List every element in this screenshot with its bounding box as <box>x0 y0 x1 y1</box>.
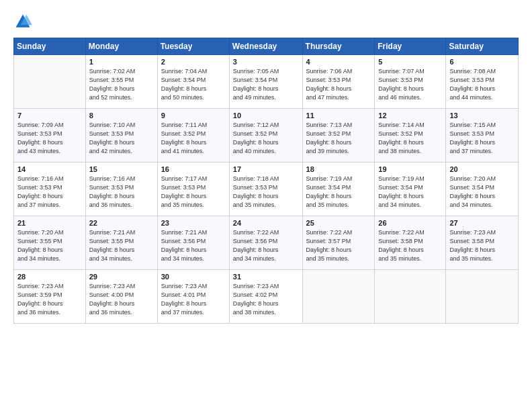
calendar-header-sunday: Sunday <box>14 38 86 55</box>
day-info: Sunrise: 7:13 AM Sunset: 3:52 PM Dayligh… <box>306 121 371 156</box>
calendar-cell: 19Sunrise: 7:19 AM Sunset: 3:54 PM Dayli… <box>375 163 446 216</box>
day-info: Sunrise: 7:22 AM Sunset: 3:56 PM Dayligh… <box>233 228 299 263</box>
day-number: 26 <box>378 219 442 227</box>
calendar-header-thursday: Thursday <box>302 38 375 55</box>
page: SundayMondayTuesdayWednesdayThursdayFrid… <box>0 0 532 411</box>
calendar-cell: 15Sunrise: 7:16 AM Sunset: 3:53 PM Dayli… <box>85 163 157 216</box>
day-number: 28 <box>17 273 82 281</box>
day-number: 31 <box>233 273 299 281</box>
day-info: Sunrise: 7:22 AM Sunset: 3:58 PM Dayligh… <box>378 228 442 263</box>
day-info: Sunrise: 7:23 AM Sunset: 4:01 PM Dayligh… <box>161 282 226 317</box>
day-info: Sunrise: 7:08 AM Sunset: 3:53 PM Dayligh… <box>449 67 515 102</box>
day-info: Sunrise: 7:18 AM Sunset: 3:53 PM Dayligh… <box>233 175 299 210</box>
day-info: Sunrise: 7:17 AM Sunset: 3:53 PM Dayligh… <box>161 175 226 210</box>
day-info: Sunrise: 7:20 AM Sunset: 3:55 PM Dayligh… <box>17 228 82 263</box>
day-number: 14 <box>17 165 82 173</box>
day-number: 11 <box>306 111 371 120</box>
calendar-cell: 24Sunrise: 7:22 AM Sunset: 3:56 PM Dayli… <box>229 216 302 270</box>
day-info: Sunrise: 7:04 AM Sunset: 3:54 PM Dayligh… <box>161 67 226 102</box>
day-number: 4 <box>306 58 371 66</box>
day-info: Sunrise: 7:23 AM Sunset: 3:59 PM Dayligh… <box>17 282 82 317</box>
day-info: Sunrise: 7:06 AM Sunset: 3:53 PM Dayligh… <box>306 67 371 102</box>
calendar-header-monday: Monday <box>85 38 157 55</box>
calendar-cell: 4Sunrise: 7:06 AM Sunset: 3:53 PM Daylig… <box>302 55 375 109</box>
day-info: Sunrise: 7:12 AM Sunset: 3:52 PM Dayligh… <box>233 121 299 156</box>
day-info: Sunrise: 7:23 AM Sunset: 3:58 PM Dayligh… <box>449 228 515 263</box>
logo-icon <box>13 12 32 31</box>
day-number: 7 <box>17 111 82 120</box>
calendar-cell <box>14 55 86 109</box>
day-number: 13 <box>449 111 515 120</box>
day-info: Sunrise: 7:16 AM Sunset: 3:53 PM Dayligh… <box>89 175 154 210</box>
calendar-cell: 31Sunrise: 7:23 AM Sunset: 4:02 PM Dayli… <box>229 270 302 324</box>
calendar-cell: 9Sunrise: 7:11 AM Sunset: 3:52 PM Daylig… <box>157 109 229 163</box>
calendar-header-row: SundayMondayTuesdayWednesdayThursdayFrid… <box>14 38 519 55</box>
day-number: 29 <box>89 273 154 281</box>
calendar-cell: 28Sunrise: 7:23 AM Sunset: 3:59 PM Dayli… <box>14 270 86 324</box>
calendar-cell: 29Sunrise: 7:23 AM Sunset: 4:00 PM Dayli… <box>85 270 157 324</box>
calendar-cell: 11Sunrise: 7:13 AM Sunset: 3:52 PM Dayli… <box>302 109 375 163</box>
day-number: 20 <box>449 165 515 173</box>
calendar-cell: 30Sunrise: 7:23 AM Sunset: 4:01 PM Dayli… <box>157 270 229 324</box>
calendar-cell: 21Sunrise: 7:20 AM Sunset: 3:55 PM Dayli… <box>14 216 86 270</box>
day-info: Sunrise: 7:05 AM Sunset: 3:54 PM Dayligh… <box>233 67 299 102</box>
day-number: 9 <box>161 111 226 120</box>
day-number: 8 <box>89 111 154 120</box>
calendar-cell <box>302 270 375 324</box>
calendar-cell: 13Sunrise: 7:15 AM Sunset: 3:53 PM Dayli… <box>446 109 519 163</box>
day-number: 1 <box>89 58 154 66</box>
logo <box>13 12 35 31</box>
day-number: 21 <box>17 219 82 227</box>
day-info: Sunrise: 7:02 AM Sunset: 3:55 PM Dayligh… <box>89 67 154 102</box>
day-info: Sunrise: 7:19 AM Sunset: 3:54 PM Dayligh… <box>378 175 442 210</box>
calendar-header-saturday: Saturday <box>446 38 519 55</box>
calendar-table: SundayMondayTuesdayWednesdayThursdayFrid… <box>13 38 519 324</box>
day-info: Sunrise: 7:11 AM Sunset: 3:52 PM Dayligh… <box>161 121 226 156</box>
day-number: 23 <box>161 219 226 227</box>
calendar-cell: 17Sunrise: 7:18 AM Sunset: 3:53 PM Dayli… <box>229 163 302 216</box>
day-number: 18 <box>306 165 371 173</box>
calendar-cell: 16Sunrise: 7:17 AM Sunset: 3:53 PM Dayli… <box>157 163 229 216</box>
calendar-cell: 7Sunrise: 7:09 AM Sunset: 3:53 PM Daylig… <box>14 109 86 163</box>
day-info: Sunrise: 7:19 AM Sunset: 3:54 PM Dayligh… <box>306 175 371 210</box>
calendar-week-row: 14Sunrise: 7:16 AM Sunset: 3:53 PM Dayli… <box>14 163 519 216</box>
calendar-cell: 3Sunrise: 7:05 AM Sunset: 3:54 PM Daylig… <box>229 55 302 109</box>
day-info: Sunrise: 7:14 AM Sunset: 3:52 PM Dayligh… <box>378 121 442 156</box>
day-info: Sunrise: 7:15 AM Sunset: 3:53 PM Dayligh… <box>449 121 515 156</box>
calendar-header-friday: Friday <box>375 38 446 55</box>
calendar-week-row: 7Sunrise: 7:09 AM Sunset: 3:53 PM Daylig… <box>14 109 519 163</box>
calendar-cell <box>375 270 446 324</box>
calendar-cell: 5Sunrise: 7:07 AM Sunset: 3:53 PM Daylig… <box>375 55 446 109</box>
header <box>13 12 519 31</box>
calendar-cell: 26Sunrise: 7:22 AM Sunset: 3:58 PM Dayli… <box>375 216 446 270</box>
calendar-header-tuesday: Tuesday <box>157 38 229 55</box>
calendar-cell: 6Sunrise: 7:08 AM Sunset: 3:53 PM Daylig… <box>446 55 519 109</box>
day-number: 3 <box>233 58 299 66</box>
calendar-cell: 20Sunrise: 7:20 AM Sunset: 3:54 PM Dayli… <box>446 163 519 216</box>
calendar-week-row: 1Sunrise: 7:02 AM Sunset: 3:55 PM Daylig… <box>14 55 519 109</box>
calendar-header-wednesday: Wednesday <box>229 38 302 55</box>
calendar-cell: 2Sunrise: 7:04 AM Sunset: 3:54 PM Daylig… <box>157 55 229 109</box>
day-number: 24 <box>233 219 299 227</box>
day-number: 17 <box>233 165 299 173</box>
day-number: 27 <box>449 219 515 227</box>
day-number: 5 <box>378 58 442 66</box>
day-info: Sunrise: 7:10 AM Sunset: 3:53 PM Dayligh… <box>89 121 154 156</box>
day-number: 15 <box>89 165 154 173</box>
calendar-cell: 25Sunrise: 7:22 AM Sunset: 3:57 PM Dayli… <box>302 216 375 270</box>
calendar-cell: 10Sunrise: 7:12 AM Sunset: 3:52 PM Dayli… <box>229 109 302 163</box>
day-number: 19 <box>378 165 442 173</box>
calendar-week-row: 21Sunrise: 7:20 AM Sunset: 3:55 PM Dayli… <box>14 216 519 270</box>
day-number: 2 <box>161 58 226 66</box>
calendar-cell: 8Sunrise: 7:10 AM Sunset: 3:53 PM Daylig… <box>85 109 157 163</box>
day-number: 16 <box>161 165 226 173</box>
day-info: Sunrise: 7:20 AM Sunset: 3:54 PM Dayligh… <box>449 175 515 210</box>
calendar-week-row: 28Sunrise: 7:23 AM Sunset: 3:59 PM Dayli… <box>14 270 519 324</box>
calendar-cell: 23Sunrise: 7:21 AM Sunset: 3:56 PM Dayli… <box>157 216 229 270</box>
day-info: Sunrise: 7:23 AM Sunset: 4:00 PM Dayligh… <box>89 282 154 317</box>
day-info: Sunrise: 7:22 AM Sunset: 3:57 PM Dayligh… <box>306 228 371 263</box>
calendar-cell: 12Sunrise: 7:14 AM Sunset: 3:52 PM Dayli… <box>375 109 446 163</box>
day-number: 6 <box>449 58 515 66</box>
day-number: 30 <box>161 273 226 281</box>
calendar-cell: 22Sunrise: 7:21 AM Sunset: 3:55 PM Dayli… <box>85 216 157 270</box>
